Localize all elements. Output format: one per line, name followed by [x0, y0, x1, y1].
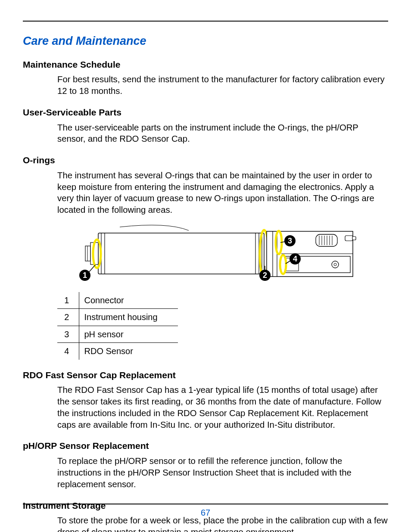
legend-num-4: 4: [57, 343, 79, 360]
svg-point-27: [334, 263, 336, 266]
callout-2: 2: [263, 271, 267, 280]
legend-label-2: Instrument housing: [79, 309, 178, 326]
heading-ph-orp-sensor-replacement: pH/ORP Sensor Replacement: [23, 440, 388, 452]
top-rule: [23, 21, 388, 22]
heading-user-serviceable-parts: User-Serviceable Parts: [23, 106, 388, 118]
bottom-rule: [23, 504, 388, 504]
table-row: 4 RDO Sensor: [57, 343, 178, 360]
para-rdo-fast-sensor-cap-replacement: The RDO Fast Sensor Cap has a 1-year typ…: [57, 384, 388, 430]
table-row: 2 Instrument housing: [57, 309, 178, 326]
para-o-rings: The instrument has several O-rings that …: [57, 170, 388, 216]
para-ph-orp-sensor-replacement: To replace the pH/ORP sensor or to refil…: [57, 455, 388, 490]
content-area: Care and Maintenance Maintenance Schedul…: [23, 30, 388, 532]
table-row: 1 Connector: [57, 292, 178, 309]
legend-label-4: RDO Sensor: [79, 343, 178, 360]
svg-rect-23: [352, 236, 356, 240]
heading-maintenance-schedule: Maintenance Schedule: [23, 59, 388, 71]
legend-num-2: 2: [57, 309, 79, 326]
svg-rect-1: [85, 246, 90, 261]
heading-o-rings: O-rings: [23, 154, 388, 166]
heading-rdo-fast-sensor-cap-replacement: RDO Fast Sensor Cap Replacement: [23, 369, 388, 381]
legend-num-1: 1: [57, 292, 79, 309]
legend-label-1: Connector: [79, 292, 178, 309]
para-user-serviceable-parts: The user-serviceable parts on the instru…: [57, 122, 388, 145]
para-maintenance-schedule: For best results, send the instrument to…: [57, 74, 388, 97]
legend-num-3: 3: [57, 326, 79, 342]
callout-1: 1: [83, 271, 87, 280]
table-row: 3 pH sensor: [57, 326, 178, 342]
svg-rect-0: [98, 233, 264, 274]
o-ring-legend-table: 1 Connector 2 Instrument housing 3 pH se…: [57, 292, 178, 360]
page-number: 67: [0, 507, 411, 518]
svg-rect-22: [345, 236, 353, 241]
legend-label-3: pH sensor: [79, 326, 178, 342]
callout-4: 4: [293, 255, 297, 263]
svg-line-31: [89, 265, 95, 272]
page: Care and Maintenance Maintenance Schedul…: [0, 0, 411, 532]
callout-3: 3: [288, 236, 292, 245]
o-ring-diagram: 1 2 3 4: [57, 224, 359, 286]
heading-care-and-maintenance: Care and Maintenance: [23, 34, 388, 49]
